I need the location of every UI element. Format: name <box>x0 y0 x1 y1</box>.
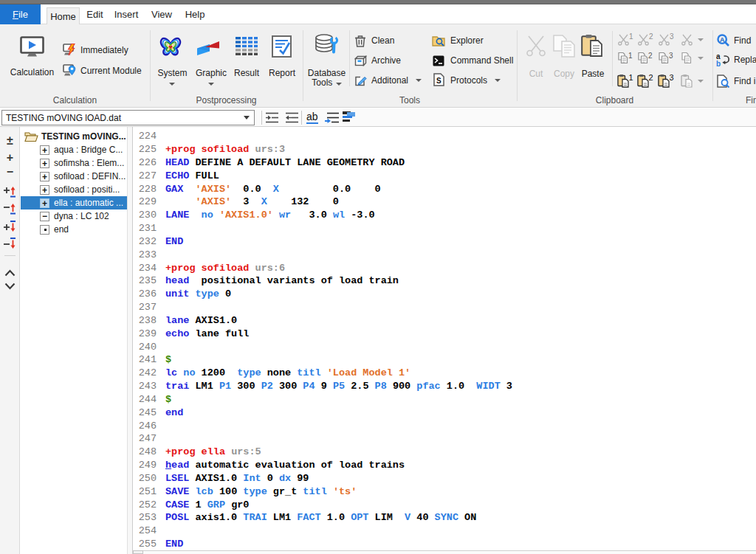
svg-text:3: 3 <box>670 74 674 82</box>
svg-text:3: 3 <box>670 33 674 41</box>
svg-text:3: 3 <box>669 52 673 60</box>
svg-text:A: A <box>720 36 725 44</box>
svg-text:1: 1 <box>629 33 633 41</box>
svg-text:1: 1 <box>628 52 633 60</box>
svg-text:b: b <box>716 60 721 67</box>
svg-text:2: 2 <box>648 52 653 60</box>
svg-text:1: 1 <box>629 74 633 82</box>
svg-text:2: 2 <box>649 33 653 41</box>
svg-text:S: S <box>436 77 441 85</box>
svg-text:2: 2 <box>649 74 653 82</box>
